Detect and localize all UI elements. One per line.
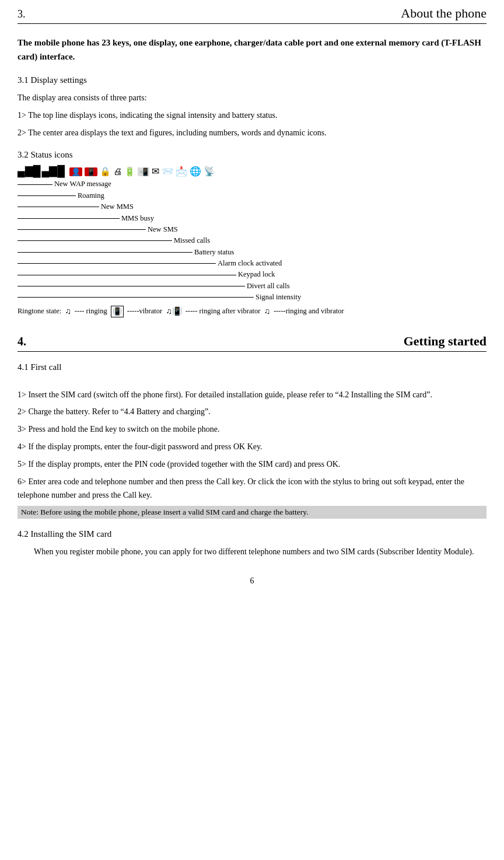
- label-mmsbusy: MMS busy: [18, 213, 321, 224]
- lines-container: New WAP message Roaming New MMS MMS busy: [18, 179, 321, 303]
- line-divert: [18, 286, 245, 286]
- ringtone-state3: ----- ringing after vibrator: [186, 307, 261, 316]
- section41-step3: 3> Press and hold the End key to switch …: [18, 422, 487, 436]
- signal-icon-2: ▄▇█: [42, 166, 65, 176]
- label-newsms-text: New SMS: [148, 224, 178, 235]
- section31-item2: 2> The center area displays the text and…: [18, 126, 487, 140]
- chapter4-title: Getting started: [404, 334, 487, 349]
- line-battery: [18, 252, 192, 253]
- ringtone-state2: -----vibrator: [127, 307, 162, 316]
- ringtone-icon-4: ♫: [264, 307, 270, 316]
- line-newsms: [18, 229, 146, 230]
- label-roaming: Roaming: [18, 190, 321, 201]
- caller-icon: 👤: [69, 167, 82, 176]
- printer-icon: 🖨: [113, 167, 122, 176]
- envelope2-icon: 📨: [162, 167, 173, 176]
- icon-sprites-row: ▄▇█ ▄▇█ 👤 📱 🔒 🖨 🔋 📲 ✉ 📨: [18, 166, 215, 177]
- line-newmms: [18, 207, 99, 207]
- ringtone-label: Ringtone state:: [18, 307, 61, 316]
- section42-text: When you register mobile phone, you can …: [18, 545, 487, 559]
- ringtone-state4: -----ringing and vibrator: [274, 307, 344, 316]
- label-alarm-text: Alarm clock activated: [218, 258, 282, 269]
- ringtone-icon-2: 📳: [111, 306, 124, 317]
- label-roaming-text: Roaming: [78, 190, 104, 201]
- label-battery-text: Battery status: [194, 247, 234, 258]
- note-box: Note: Before using the mobile phone, ple…: [18, 506, 487, 519]
- globe-icon: 🌐: [190, 167, 201, 176]
- label-newmms-text: New MMS: [101, 201, 134, 212]
- label-divert: Divert all calls: [18, 281, 321, 292]
- section31-title: 3.1 Display settings: [18, 75, 487, 85]
- misc-icon: 📡: [204, 167, 215, 176]
- label-battery: Battery status: [18, 247, 321, 258]
- label-signal: Signal intensity: [18, 292, 321, 303]
- ringtone-icon-3: ♫📳: [166, 306, 182, 316]
- chapter3-title: About the phone: [401, 6, 487, 21]
- line-alarm: [18, 263, 216, 264]
- intro-text: The mobile phone has 23 keys, one displa…: [18, 36, 487, 64]
- status-icons-diagram: ▄▇█ ▄▇█ 👤 📱 🔒 🖨 🔋 📲 ✉ 📨: [18, 166, 487, 317]
- line-signal: [18, 297, 254, 298]
- section41-step4: 4> If the display prompts, enter the fou…: [18, 440, 487, 454]
- note-text: Note: Before using the mobile phone, ple…: [21, 508, 309, 516]
- battery-icon: 🔋: [124, 167, 135, 176]
- sim-icon: 📱: [85, 167, 97, 176]
- envelope3-icon: 📩: [176, 167, 187, 176]
- section31-item1: 1> The top line displays icons, indicati…: [18, 109, 487, 123]
- label-missed-text: Missed calls: [174, 235, 210, 246]
- label-signal-text: Signal intensity: [256, 292, 301, 303]
- section41-step6: 6> Enter area code and telephone number …: [18, 475, 487, 503]
- line-missed: [18, 240, 172, 241]
- phone2-icon: 📲: [138, 167, 149, 176]
- label-alarm: Alarm clock activated: [18, 258, 321, 269]
- chapter3-header: 3. About the phone: [18, 6, 487, 24]
- signal-icon-1: ▄▇█: [18, 166, 41, 176]
- label-wap: New WAP message: [18, 179, 321, 190]
- section31-desc: The display area consists of three parts…: [18, 91, 487, 105]
- chapter4-number: 4.: [18, 335, 26, 348]
- ringtone-icon-1: ♫: [65, 307, 71, 316]
- ringtone-line: Ringtone state: ♫ ---- ringing 📳 -----vi…: [18, 306, 487, 317]
- label-divert-text: Divert all calls: [247, 281, 290, 292]
- bracket-area: ▄▇█ ▄▇█ 👤 📱 🔒 🖨 🔋 📲 ✉ 📨: [18, 166, 487, 303]
- section41-step2: 2> Charge the battery. Refer to “4.4 Bat…: [18, 405, 487, 419]
- section42-title: 4.2 Installing the SIM card: [18, 529, 487, 539]
- section41-step5: 5> If the display prompts, enter the PIN…: [18, 457, 487, 471]
- chapter4-header: 4. Getting started: [18, 334, 487, 352]
- line-mmsbusy: [18, 218, 120, 219]
- section41-step1: 1> Insert the SIM card (switch off the p…: [18, 388, 487, 402]
- label-keypad-text: Keypad lock: [238, 269, 275, 280]
- page-number: 6: [18, 576, 487, 586]
- chapter3-number: 3.: [18, 8, 26, 20]
- section32-title: 3.2 Status icons: [18, 150, 487, 160]
- envelope1-icon: ✉: [152, 167, 159, 176]
- label-mmsbusy-text: MMS busy: [121, 213, 154, 224]
- label-keypad: Keypad lock: [18, 269, 321, 280]
- line-roaming: [18, 195, 76, 196]
- page: 3. About the phone The mobile phone has …: [0, 0, 504, 603]
- lock-icon: 🔒: [100, 167, 111, 176]
- line-wap: [18, 184, 52, 185]
- ringtone-state1: ---- ringing: [75, 307, 107, 316]
- section41-title: 4.1 First call: [18, 362, 487, 372]
- label-missed: Missed calls: [18, 235, 321, 246]
- label-newmms: New MMS: [18, 201, 321, 212]
- label-wap-text: New WAP message: [54, 179, 111, 190]
- line-keypad: [18, 275, 236, 275]
- label-newsms: New SMS: [18, 224, 321, 235]
